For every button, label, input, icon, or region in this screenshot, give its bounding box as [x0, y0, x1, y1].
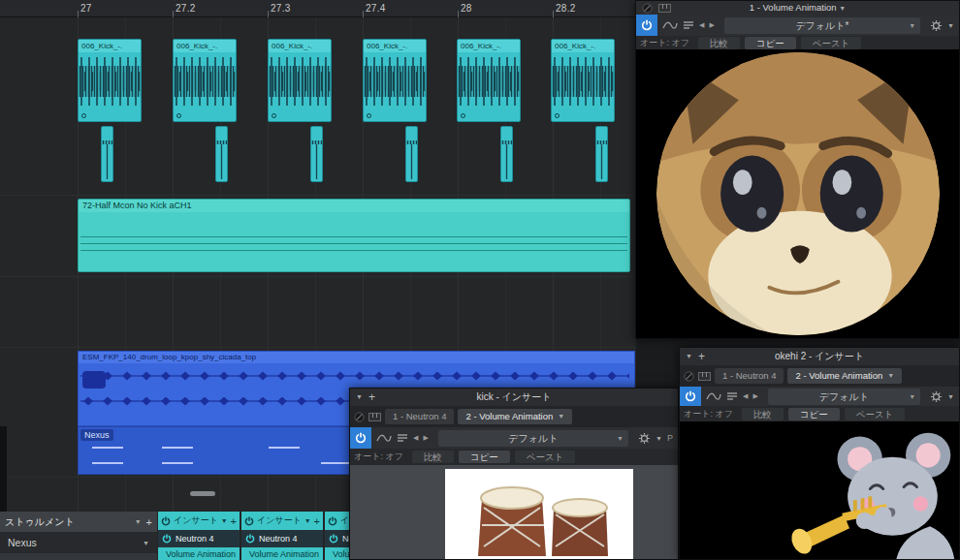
audio-clip-kick[interactable]: 006_Kick_-. — [78, 39, 142, 122]
automation-curve-icon[interactable] — [706, 390, 721, 402]
power-button[interactable] — [680, 387, 701, 406]
audio-clip-kick[interactable]: 006_Kick_-. — [268, 39, 332, 122]
chevron-down-icon[interactable]: ▼ — [686, 348, 692, 365]
audio-clip-thin[interactable] — [310, 126, 323, 182]
audio-clip-thin[interactable] — [500, 126, 513, 182]
scroll-handle[interactable] — [190, 491, 215, 496]
audio-clip-halfmoon[interactable]: 72-Half Mcon No Kick aCH1 — [78, 199, 630, 272]
chevron-down-icon[interactable]: ▼ — [143, 540, 149, 546]
bypass-icon[interactable] — [354, 412, 365, 422]
insert-plugin-name: Neutron 4 — [176, 534, 214, 544]
chevron-down-icon[interactable]: ▼ — [947, 22, 954, 29]
keyboard-icon[interactable] — [698, 372, 711, 381]
preset-list-icon[interactable] — [397, 433, 408, 443]
next-preset-icon[interactable]: ▶ — [709, 21, 714, 29]
automation-mode-label[interactable]: オート: オフ — [640, 37, 689, 49]
chevron-down-icon[interactable]: ▼ — [221, 517, 228, 524]
chevron-down-icon[interactable]: ▼ — [839, 5, 846, 12]
chevron-down-icon[interactable]: ▼ — [947, 393, 954, 400]
next-preset-icon[interactable]: ▶ — [423, 434, 428, 442]
clip-gain-handle[interactable] — [461, 113, 465, 118]
track-row-nexus[interactable]: Nexus ▼ — [0, 532, 157, 553]
audio-clip-thin[interactable] — [405, 126, 418, 182]
add-insert-button[interactable]: + — [368, 389, 375, 406]
preset-select[interactable]: デフォルト ▼ — [768, 389, 920, 405]
add-track-button[interactable]: + — [146, 516, 152, 528]
power-icon[interactable] — [245, 534, 255, 544]
insert-slot-volume-animation[interactable]: Volume Animation — [241, 547, 323, 560]
paste-button[interactable]: ペースト — [801, 37, 862, 49]
copy-button[interactable]: コピー — [788, 408, 840, 420]
clip-gain-handle[interactable] — [176, 113, 181, 118]
chevron-down-icon[interactable]: ▼ — [656, 435, 662, 442]
copy-button[interactable]: コピー — [459, 451, 510, 463]
insert-slot-volume-animation[interactable]: Volume Animation — [158, 547, 240, 560]
add-insert-button[interactable]: + — [231, 515, 237, 527]
audio-clip-thin[interactable] — [101, 126, 113, 182]
compare-button[interactable]: 比較 — [412, 451, 454, 463]
preset-list-icon[interactable] — [726, 391, 738, 401]
gear-icon[interactable] — [638, 432, 651, 445]
tab-volume-animation[interactable]: 2 - Volume Animation ▼ — [787, 368, 902, 384]
keyboard-icon[interactable] — [368, 413, 381, 421]
audio-clip-kick[interactable]: 006_Kick_-. — [551, 39, 615, 122]
paste-button[interactable]: ペースト — [845, 408, 906, 420]
chevron-down-icon[interactable]: ▼ — [135, 518, 142, 525]
prev-preset-icon[interactable]: ◀ — [699, 21, 704, 29]
audio-clip-kick[interactable]: 006_Kick_-. — [363, 39, 427, 122]
clip-gain-handle[interactable] — [367, 113, 371, 118]
plugin-titlebar[interactable]: ▼ + kick - インサート — [350, 389, 678, 406]
timeline-ruler[interactable]: 27 27.2 27.3 27.4 28 28.2 — [0, 0, 636, 17]
prev-preset-icon[interactable]: ◀ — [743, 392, 748, 400]
insert-section-header[interactable]: インサート ▼ + — [158, 512, 240, 530]
power-icon[interactable] — [161, 516, 171, 526]
paste-button[interactable]: ペースト — [515, 451, 576, 463]
power-button[interactable] — [350, 427, 371, 449]
chevron-down-icon[interactable]: ▼ — [356, 389, 363, 406]
pin-label[interactable]: P — [667, 433, 673, 443]
next-preset-icon[interactable]: ▶ — [752, 392, 757, 400]
add-insert-button[interactable]: + — [698, 348, 705, 365]
preset-list-icon[interactable] — [683, 20, 694, 30]
audio-clip-thin[interactable] — [215, 126, 228, 182]
power-icon[interactable] — [329, 534, 338, 544]
preset-select[interactable]: デフォルト* ▼ — [724, 17, 920, 34]
plugin-titlebar[interactable]: ▼ + okehi 2 - インサート — [680, 348, 959, 365]
audio-clip-kick[interactable]: 006_Kick_-. — [457, 39, 521, 122]
power-icon[interactable] — [328, 516, 337, 526]
insert-section-header[interactable]: インサート ▼ + — [241, 512, 323, 530]
add-insert-button[interactable]: + — [314, 515, 320, 527]
tab-neutron4[interactable]: 1 - Neutron 4 — [385, 409, 454, 424]
tab-neutron4[interactable]: 1 - Neutron 4 — [715, 368, 784, 384]
clip-gain-handle[interactable] — [272, 113, 276, 118]
gear-icon[interactable] — [930, 390, 943, 403]
audio-clip-thin[interactable] — [595, 126, 608, 182]
copy-button[interactable]: コピー — [745, 37, 796, 49]
automation-curve-icon[interactable] — [662, 19, 678, 31]
chevron-down-icon[interactable]: ▼ — [304, 517, 311, 524]
compare-button[interactable]: 比較 — [698, 37, 740, 49]
compare-button[interactable]: 比較 — [742, 408, 784, 420]
preset-select[interactable]: デフォルト ▼ — [438, 430, 628, 447]
prev-preset-icon[interactable]: ◀ — [413, 434, 418, 442]
audio-clip-kick[interactable]: 006_Kick_-. — [173, 39, 237, 122]
bypass-icon[interactable] — [642, 3, 653, 14]
track-panel-header[interactable]: ストゥルメント ▼ + — [0, 512, 157, 532]
automation-mode-label[interactable]: オート: オフ — [684, 408, 733, 420]
preset-name: デフォルト — [508, 433, 558, 444]
keyboard-icon[interactable] — [658, 4, 671, 13]
gear-icon[interactable] — [930, 19, 943, 32]
power-icon[interactable] — [162, 534, 172, 544]
automation-mode-label[interactable]: オート: オフ — [354, 451, 403, 463]
insert-slot-neutron[interactable]: Neutron 4 — [158, 530, 240, 547]
power-button[interactable] — [636, 15, 657, 36]
tab-volume-animation[interactable]: 2 - Volume Animation ▼ — [458, 409, 572, 424]
automation-curve-icon[interactable] — [376, 432, 392, 444]
clip-gain-handle[interactable] — [81, 113, 86, 118]
clip-gain-handle[interactable] — [555, 113, 560, 118]
power-icon[interactable] — [244, 516, 254, 526]
bypass-icon[interactable] — [684, 371, 694, 382]
plugin-titlebar[interactable]: 1 - Volume Animation ▼ — [636, 1, 959, 15]
insert-slot-neutron[interactable]: Neutron 4 — [241, 530, 323, 547]
plugin-header-row: ◀ ▶ デフォルト* ▼ ▼ — [636, 15, 959, 36]
